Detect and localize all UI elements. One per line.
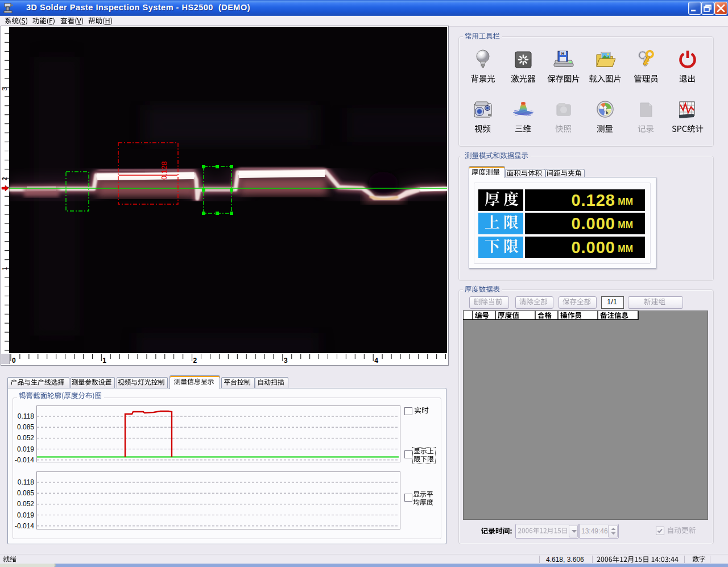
svg-text:0.128: 0.128	[160, 161, 168, 180]
svg-text:1: 1	[102, 357, 106, 364]
svg-text:2: 2	[193, 357, 197, 364]
svg-text:3: 3	[284, 357, 288, 364]
svg-text:4: 4	[374, 357, 378, 364]
svg-text:H: H	[561, 52, 564, 56]
svg-text:0: 0	[12, 357, 16, 364]
